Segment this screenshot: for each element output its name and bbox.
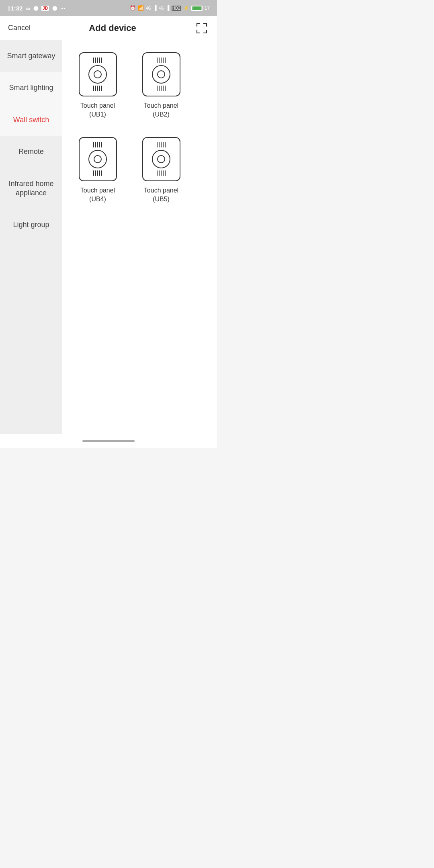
device-item-ub2[interactable]: Touch panel(UB2)	[131, 48, 191, 125]
device-icon-ub5	[142, 137, 180, 181]
device-label-ub4: Touch panel(UB4)	[80, 186, 115, 204]
cancel-button[interactable]: Cancel	[8, 24, 31, 32]
sidebar-item-smart-lighting[interactable]: Smart lighting	[0, 72, 62, 104]
signal-bars-icon: ▐	[153, 5, 157, 11]
device-item-ub1[interactable]: Touch panel(UB1)	[68, 48, 127, 125]
panel-circle-inner	[94, 70, 102, 78]
header: Cancel Add device	[0, 16, 217, 40]
device-icon-ub4	[79, 137, 117, 181]
circle-icon: ⬤	[33, 6, 38, 11]
main-layout: Smart gateway Smart lighting Wall switch…	[0, 40, 217, 434]
wifi-icon: 📶	[138, 5, 144, 11]
device-icon-ub2	[142, 52, 180, 96]
circle2-icon: ⬤	[52, 6, 57, 11]
top-vent	[93, 57, 102, 63]
bottom-vent	[157, 170, 166, 176]
device-label-ub1: Touch panel(UB1)	[80, 101, 115, 119]
jd-icon: JD	[41, 6, 49, 11]
scan-button[interactable]	[194, 21, 209, 35]
bolt-icon: ⚡	[183, 5, 189, 11]
sidebar-item-remote[interactable]: Remote	[0, 136, 62, 168]
infinity-icon: ∞	[26, 5, 30, 12]
sidebar-item-light-group[interactable]: Light group	[0, 209, 62, 241]
top-vent	[157, 142, 166, 147]
battery-level: 17	[205, 5, 210, 11]
battery-icon	[191, 6, 203, 11]
bottom-vent	[157, 86, 166, 91]
alarm-icon: ⏰	[130, 5, 136, 11]
signal-4g-icon: 4G	[146, 6, 151, 10]
signal-bars2-icon: ▐	[166, 5, 170, 11]
bottom-vent	[93, 170, 102, 176]
sidebar-item-smart-gateway[interactable]: Smart gateway	[0, 40, 62, 72]
scan-icon	[195, 22, 208, 35]
panel-circle	[88, 65, 107, 84]
sidebar: Smart gateway Smart lighting Wall switch…	[0, 40, 62, 434]
status-right: ⏰ 📶 4G ▐ 4G ▐ HD2 ⚡ 17	[130, 5, 210, 11]
page-title: Add device	[89, 23, 136, 33]
device-label-ub2: Touch panel(UB2)	[144, 101, 178, 119]
top-vent	[93, 142, 102, 147]
device-item-ub4[interactable]: Touch panel(UB4)	[68, 133, 127, 210]
home-indicator	[0, 434, 217, 448]
hd2-icon: HD2	[172, 6, 181, 11]
panel-circle-inner	[157, 70, 165, 78]
panel-circle-inner	[157, 155, 165, 163]
sidebar-item-infrared[interactable]: Infrared home appliance	[0, 168, 62, 209]
device-grid: Touch panel(UB1)	[68, 48, 211, 210]
dots-icon: ···	[60, 5, 66, 12]
bottom-vent	[93, 86, 102, 91]
home-bar	[82, 440, 135, 442]
device-label-ub5: Touch panel(UB5)	[144, 186, 178, 204]
panel-circle	[152, 65, 170, 84]
panel-circle-inner	[94, 155, 102, 163]
panel-circle	[88, 150, 107, 168]
device-icon-ub1	[79, 52, 117, 96]
sidebar-item-wall-switch[interactable]: Wall switch	[0, 104, 62, 136]
status-bar: 11:32 ∞ ⬤ JD ⬤ ··· ⏰ 📶 4G ▐ 4G ▐ HD2 ⚡ 1…	[0, 0, 217, 16]
panel-circle	[152, 150, 170, 168]
status-left: 11:32 ∞ ⬤ JD ⬤ ···	[7, 5, 65, 12]
content-area: Touch panel(UB1)	[62, 40, 217, 434]
time: 11:32	[7, 5, 23, 12]
signal-4g-2-icon: 4G	[159, 6, 164, 10]
top-vent	[157, 57, 166, 63]
device-item-ub5[interactable]: Touch panel(UB5)	[131, 133, 191, 210]
